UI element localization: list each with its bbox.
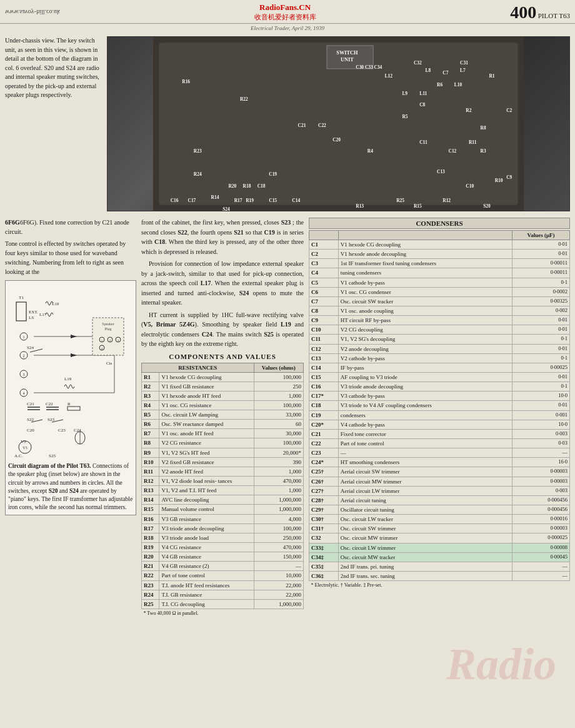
cond-val: 0·03 (512, 438, 569, 448)
table-row: R5 Osc. circuit LW damping 33,000 (142, 410, 304, 420)
table-row: C29† Oscillator circuit tuning 0·000456 (309, 505, 570, 514)
svg-text:R23: R23 (194, 148, 202, 154)
svg-text:C2: C2 (506, 108, 512, 113)
cond-ref: C13 (309, 353, 339, 363)
table-row: C6 V1 osc. CG condenser 0·0002 (309, 287, 570, 296)
table-row: C19 condensers 0·001 (309, 410, 570, 420)
svg-text:C10: C10 (466, 183, 474, 189)
table-row: C24* HT smoothing condensers 16·0 (309, 458, 570, 467)
res-val: 250,000 (254, 533, 303, 542)
model-info: 400 PILOT T63 (510, 4, 570, 21)
table-row: C33‡ Osc. circuit LW trimmer 0·00008 (309, 543, 570, 552)
middle-column: front of the cabinet, the first key, whe… (141, 218, 304, 618)
table-row: C22 Part of tone control 0·03 (309, 438, 570, 448)
res-val: 100,000 (254, 438, 303, 448)
cond-val: 0·01 (512, 250, 569, 259)
table-row: C12 V2 anode decoupling 0·01 (309, 344, 570, 353)
table-row: R23 T.I. anode HT feed resistances 22,00… (142, 580, 304, 590)
svg-text:R16: R16 (182, 79, 190, 84)
cond-ref: C18 (309, 401, 339, 410)
res-val: 1,000,000 (254, 495, 303, 505)
res-ref: R15 (142, 505, 159, 514)
res-ref: R10 (142, 457, 159, 467)
cond-desc: V2 CG decoupling (338, 325, 512, 335)
table-row: R7 V1 osc. anode HT feed 30,000 (142, 429, 304, 438)
res-ref: R25 (142, 599, 159, 609)
cond-ref: C1 (309, 240, 339, 250)
res-desc: V2 fixed GB resistance (159, 457, 254, 467)
svg-text:C12: C12 (449, 148, 457, 154)
cond-ref: C33‡ (309, 543, 339, 552)
table-row: R3 V1 hexode anode HT feed 1,000 (142, 391, 304, 400)
radio-fans-title: RadioFans.CN (254, 3, 316, 13)
res-desc: V3 triode anode load (159, 533, 254, 542)
res-val: 390 (254, 457, 303, 467)
cond-val-header: Values (μF) (512, 231, 569, 240)
cond-val: 0·00045 (512, 552, 569, 562)
svg-text:EXT.: EXT. (29, 310, 38, 315)
svg-text:S25: S25 (49, 453, 56, 458)
table-row: C18 V3 triode to V4 AF coupling condense… (309, 401, 570, 410)
cond-ref: C6 (309, 287, 339, 296)
left-intro-text: 6F6G6F6G). Fixed tone correction by C21 … (5, 218, 136, 276)
table-row: R25 T.I. CG decoupling 1,000,000 (142, 599, 304, 609)
res-val: — (254, 562, 303, 571)
cond-desc: V2 anode decoupling (338, 344, 512, 353)
cond-desc: — (338, 448, 512, 458)
res-val: 4,000 (254, 514, 303, 523)
table-row: R21 V4 GB resistance (2) — (142, 562, 304, 571)
table-row: C1 V1 hexode CG decoupling 0·01 (309, 240, 570, 250)
condensers-table: Values (μF) C1 V1 hexode CG decoupling 0… (309, 230, 570, 590)
svg-text:4: 4 (23, 392, 25, 395)
cond-val: 0·01 (512, 316, 569, 325)
res-ref: R20 (142, 552, 159, 562)
url-text: www.savoy-hill.co.uk (5, 9, 60, 16)
table-row: C34‡ Osc. circuit MW tracker 0·00045 (309, 552, 570, 562)
svg-text:S24: S24 (222, 206, 230, 211)
svg-text:C31: C31 (460, 60, 468, 66)
svg-text:R4: R4 (368, 148, 373, 154)
cond-val: 0·01 (512, 344, 569, 353)
table-row: R1 V1 hexode CG decoupling 100,000 (142, 372, 304, 382)
svg-text:C18: C18 (258, 183, 266, 189)
svg-text:C20: C20 (27, 428, 34, 433)
condensers-title: CONDENSERS (309, 218, 570, 229)
table-row: C8 V1 osc. anode coupling 0·002 (309, 306, 570, 315)
res-ref: R19 (142, 543, 159, 552)
svg-text:C11: C11 (419, 139, 428, 145)
cond-val: — (512, 448, 569, 458)
cond-ref: C11 (309, 335, 339, 344)
table-row: C36‡ 2nd IF trans. sec. tuning — (309, 571, 570, 580)
res-val: 33,000 (254, 410, 303, 420)
top-section: Under-chassis view. The key switch unit,… (0, 33, 575, 215)
cond-ref: C5 (309, 278, 339, 287)
website-url: www.savoy-hill.co.uk (5, 9, 60, 16)
res-desc: V2 anode HT feed (159, 467, 254, 476)
cond-val: 0·01 (512, 372, 569, 382)
resistances-footnote: * Two 40,000 Ω in parallel. (142, 609, 304, 618)
resistances-values-header: Values (ohms) (254, 363, 303, 372)
subtitle-text: 收音机爱好者资料库 (254, 13, 316, 22)
table-row: C28† Aerial circuit tuning 0·000456 (309, 495, 570, 505)
cond-ref: C16 (309, 382, 339, 392)
table-row: R15 Manual volume control 1,000,000 (142, 505, 304, 514)
cond-desc: V4 cathode by-pass (338, 420, 512, 429)
res-ref: R9 (142, 448, 159, 457)
cond-ref: C2 (309, 250, 339, 259)
cond-desc: Aerial circuit tuning (338, 495, 512, 505)
resistances-table: RESISTANCES Values (ohms) R1 V1 hexode C… (141, 363, 304, 618)
svg-text:R17: R17 (234, 198, 242, 203)
res-ref: R8 (142, 438, 159, 448)
svg-text:R11: R11 (469, 139, 477, 145)
cond-val: 0·00003 (512, 477, 569, 486)
cond-desc: V1 osc. anode coupling (338, 306, 512, 315)
res-desc: T.I. CG decoupling (159, 599, 254, 609)
cond-ref: C26† (309, 477, 339, 486)
cond-val: 0·01 (512, 240, 569, 250)
svg-text:R14: R14 (211, 195, 219, 200)
svg-text:Cis: Cis (106, 361, 112, 366)
table-row: R10 V2 fixed GB resistance 390 (142, 457, 304, 467)
table-row: C17* V3 cathode by-pass 10·0 (309, 392, 570, 401)
svg-text:R1: R1 (489, 73, 494, 79)
cond-val: 0·00003 (512, 524, 569, 533)
